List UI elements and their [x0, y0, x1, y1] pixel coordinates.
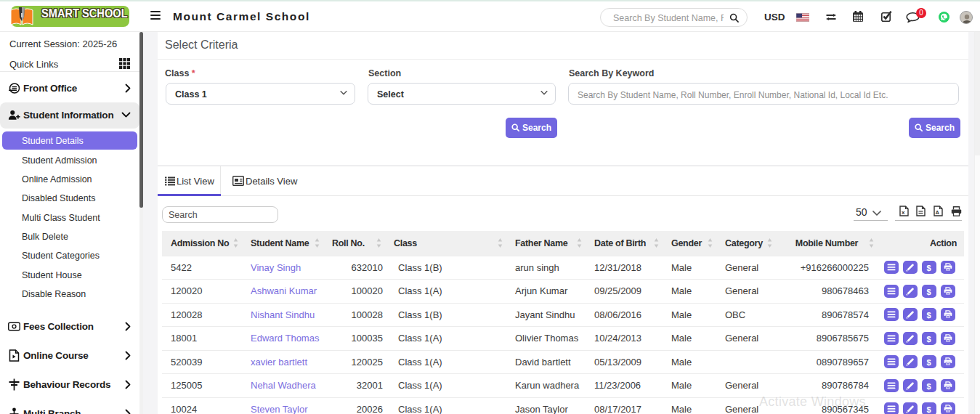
svg-text:$: $: [927, 405, 931, 414]
svg-text:$: $: [927, 264, 931, 272]
svg-text:$: $: [927, 334, 931, 343]
svg-text:$: $: [927, 381, 931, 390]
svg-text:$: $: [927, 311, 931, 320]
svg-text:A: A: [936, 209, 940, 216]
svg-text:$: $: [927, 358, 931, 367]
svg-text:$: $: [927, 287, 931, 296]
svg-text:x: x: [902, 209, 905, 216]
